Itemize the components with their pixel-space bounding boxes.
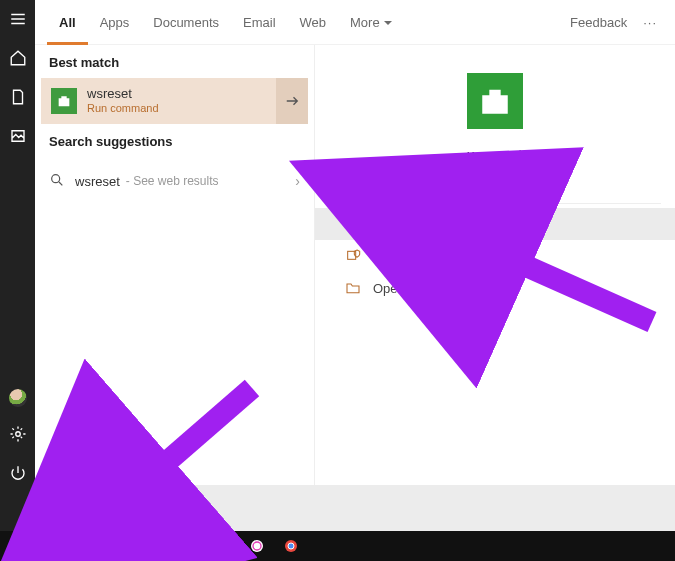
svg-rect-2 — [348, 219, 356, 227]
document-icon[interactable] — [9, 88, 27, 109]
svg-rect-10 — [81, 543, 86, 550]
best-match-heading: Best match — [35, 45, 314, 78]
file-explorer-icon[interactable] — [140, 531, 170, 561]
tab-all[interactable]: All — [47, 0, 88, 45]
svg-rect-14 — [220, 541, 225, 544]
svg-rect-16 — [224, 545, 227, 548]
svg-rect-8 — [20, 547, 25, 552]
store-app-icon — [51, 88, 77, 114]
suggestion-hint: - See web results — [126, 174, 219, 188]
search-filter-tabs: All Apps Documents Email Web More Feedba… — [35, 0, 675, 45]
svg-rect-7 — [13, 547, 18, 552]
user-avatar-icon[interactable] — [9, 389, 27, 407]
action-run-as-admin-label: Run as administrator — [373, 249, 493, 264]
search-input[interactable] — [106, 500, 675, 517]
result-detail-pane: wsreset Run command Open Run as administ… — [315, 45, 675, 485]
detail-subtitle: Run command — [315, 167, 675, 181]
power-icon[interactable] — [9, 464, 27, 485]
action-open-label: Open — [373, 217, 405, 232]
chevron-down-icon — [384, 21, 392, 29]
action-open[interactable]: Open — [315, 208, 675, 240]
svg-point-4 — [83, 499, 97, 513]
settings-gear-icon[interactable] — [9, 425, 27, 446]
folder-icon — [345, 280, 361, 296]
microsoft-store-icon[interactable] — [208, 531, 238, 561]
web-suggestion-row[interactable]: wsreset - See web results › — [35, 161, 314, 201]
action-open-location-label: Open file location — [373, 281, 473, 296]
start-button[interactable] — [4, 531, 34, 561]
best-match-subtitle: Run command — [87, 102, 159, 116]
best-match-name: wsreset — [87, 86, 159, 102]
start-left-rail — [0, 0, 35, 485]
tab-email[interactable]: Email — [231, 0, 288, 45]
results-left-pane: Best match wsreset Run command Search su… — [35, 45, 315, 485]
expand-result-arrow-icon[interactable] — [276, 78, 308, 124]
svg-point-9 — [48, 541, 59, 552]
svg-point-12 — [115, 540, 127, 552]
open-icon — [345, 216, 361, 232]
action-run-as-admin[interactable]: Run as administrator — [327, 240, 663, 272]
tab-documents[interactable]: Documents — [141, 0, 231, 45]
suggestion-query: wsreset — [75, 174, 120, 189]
svg-rect-13 — [218, 543, 229, 551]
svg-rect-11 — [88, 543, 93, 550]
best-match-result[interactable]: wsreset Run command — [41, 78, 308, 124]
itunes-icon[interactable] — [242, 531, 272, 561]
action-open-location[interactable]: Open file location — [327, 272, 663, 304]
feedback-link[interactable]: Feedback — [560, 15, 637, 30]
search-bar[interactable] — [70, 485, 675, 531]
tab-more[interactable]: More — [338, 0, 404, 45]
divider — [329, 203, 661, 204]
task-view-icon[interactable] — [72, 531, 102, 561]
tab-web[interactable]: Web — [288, 0, 339, 45]
home-icon[interactable] — [9, 49, 27, 70]
cortana-circle-icon[interactable] — [38, 531, 68, 561]
tab-apps[interactable]: Apps — [88, 0, 142, 45]
search-icon — [78, 494, 106, 522]
search-icon — [49, 172, 65, 191]
menu-icon[interactable] — [9, 10, 27, 31]
shield-admin-icon — [345, 248, 361, 264]
svg-rect-15 — [220, 545, 223, 548]
chevron-right-icon: › — [295, 173, 300, 189]
taskbar — [0, 531, 675, 561]
svg-point-1 — [52, 174, 60, 182]
svg-point-0 — [15, 432, 20, 437]
svg-rect-5 — [13, 540, 18, 545]
more-options-icon[interactable]: ··· — [637, 15, 663, 30]
chrome-browser-icon[interactable] — [276, 531, 306, 561]
edge-browser-icon[interactable] — [106, 531, 136, 561]
mail-app-icon[interactable] — [174, 531, 204, 561]
search-suggestions-heading: Search suggestions — [35, 124, 314, 157]
detail-title: wsreset — [315, 147, 675, 165]
pictures-icon[interactable] — [9, 127, 27, 148]
store-app-large-icon — [467, 73, 523, 129]
svg-rect-6 — [20, 540, 25, 545]
